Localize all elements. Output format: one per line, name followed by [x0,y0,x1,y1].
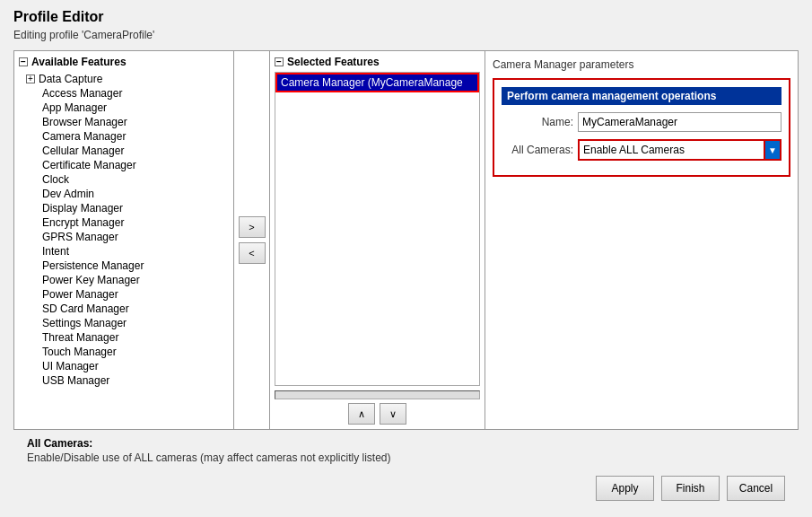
tree-item[interactable]: Access Manager [24,86,229,101]
tree-item[interactable]: Camera Manager [24,129,229,144]
move-up-button[interactable]: ∧ [348,403,375,425]
cameras-select-container: Enable ALL Cameras Disable ALL Cameras ▼ [578,139,781,161]
available-panel-header: − Available Features [19,56,229,68]
tree-item[interactable]: Browser Manager [24,115,229,129]
tree-item[interactable]: Persistence Manager [24,258,229,273]
move-right-button[interactable]: > [239,216,266,238]
tree-item[interactable]: Certificate Manager [24,158,229,172]
tree-item[interactable]: Dev Admin [24,187,229,201]
bottom-info-title: All Cameras: [27,437,785,450]
tree-item[interactable]: USB Manager [24,373,229,388]
tree-item[interactable]: App Manager [24,101,229,115]
selected-item-camera-manager[interactable]: Camera Manager (MyCameraManage [275,73,479,92]
tree-item[interactable]: Threat Manager [24,330,229,345]
dialog-subtitle: Editing profile 'CameraProfile' [13,29,799,41]
tree-item[interactable]: Clock [24,172,229,187]
tree-item[interactable]: Touch Manager [24,345,229,359]
tree-item[interactable]: Encrypt Manager [24,215,229,230]
selected-list[interactable]: Camera Manager (MyCameraManage [275,72,480,386]
collapse-available-icon[interactable]: − [19,57,28,66]
params-box-title: Perform camera management operations [502,87,781,105]
panels-middle: > < [234,51,270,429]
bottom-info-text: Enable/Disable use of ALL cameras (may a… [27,451,785,464]
cancel-button[interactable]: Cancel [727,476,785,501]
main-content: − Available Features + Data Capture Acce… [13,50,799,430]
cameras-row: All Cameras: Enable ALL Cameras Disable … [502,139,781,161]
dialog-title: Profile Editor [13,9,799,25]
tree-items-container: Access ManagerApp ManagerBrowser Manager… [24,86,229,388]
params-box: Perform camera management operations Nam… [493,78,790,177]
data-capture-group-header[interactable]: + Data Capture [24,72,229,86]
bottom-buttons: Apply Finish Cancel [13,469,799,508]
name-label: Name: [502,116,573,128]
params-panel: Camera Manager parameters Perform camera… [485,51,798,429]
params-title: Camera Manager parameters [493,58,790,71]
profile-editor-dialog: Profile Editor Editing profile 'CameraPr… [0,0,812,517]
name-input[interactable] [578,112,781,132]
tree-item[interactable]: GPRS Manager [24,230,229,244]
tree-item[interactable]: Intent [24,244,229,258]
selected-panel-header: − Selected Features [275,56,480,68]
collapse-selected-icon[interactable]: − [275,57,284,66]
data-capture-label: Data Capture [39,73,102,85]
move-left-button[interactable]: < [239,242,266,264]
available-panel: − Available Features + Data Capture Acce… [14,51,234,429]
tree-item[interactable]: Cellular Manager [24,144,229,158]
cameras-label: All Cameras: [502,144,573,156]
cameras-select[interactable]: Enable ALL Cameras Disable ALL Cameras [578,139,781,161]
selected-list-scrollbar[interactable] [275,390,480,399]
name-row: Name: [502,112,781,132]
tree-item[interactable]: Power Key Manager [24,273,229,287]
apply-button[interactable]: Apply [596,476,654,501]
tree-item[interactable]: Power Manager [24,287,229,302]
bottom-info: All Cameras: Enable/Disable use of ALL c… [13,430,799,469]
available-features-tree[interactable]: + Data Capture Access ManagerApp Manager… [19,72,229,425]
move-down-button[interactable]: ∨ [380,403,406,425]
expand-data-capture-icon[interactable]: + [26,74,35,83]
tree-item[interactable]: UI Manager [24,359,229,373]
finish-button[interactable]: Finish [661,476,720,501]
selected-panel: − Selected Features Camera Manager (MyCa… [270,51,485,429]
selected-nav-row: ∧ ∨ [275,403,480,425]
tree-item[interactable]: SD Card Manager [24,302,229,316]
data-capture-group: + Data Capture Access ManagerApp Manager… [19,72,229,388]
tree-item[interactable]: Settings Manager [24,316,229,330]
tree-item[interactable]: Display Manager [24,201,229,215]
